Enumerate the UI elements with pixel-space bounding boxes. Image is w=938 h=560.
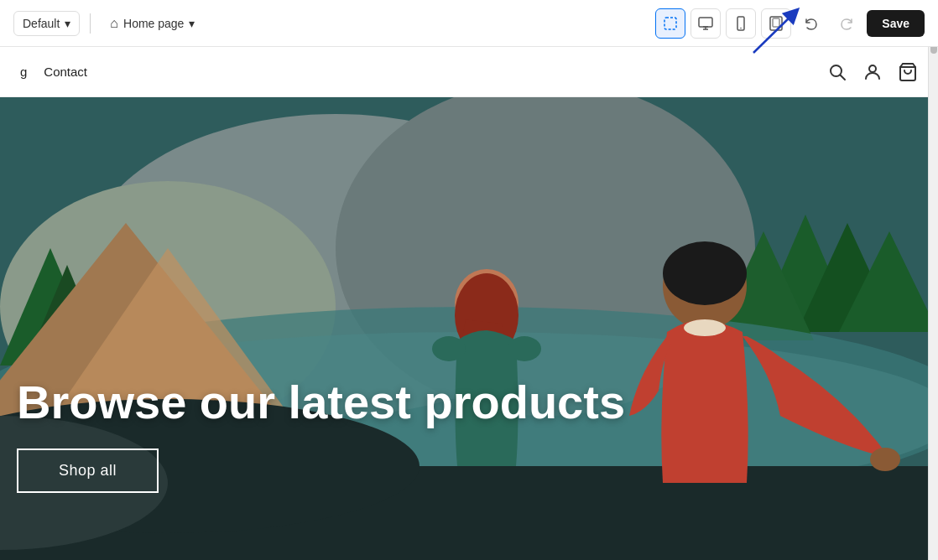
save-button[interactable]: Save: [867, 10, 925, 37]
site-nav-right: [827, 62, 918, 82]
undo-button[interactable]: [796, 8, 826, 39]
svg-point-40: [684, 319, 726, 336]
account-icon[interactable]: [862, 62, 883, 82]
svg-rect-8: [773, 18, 779, 27]
chevron-down-icon-2: ▾: [189, 17, 195, 30]
default-dropdown[interactable]: Default ▾: [13, 11, 80, 36]
tablet-view-button[interactable]: [761, 8, 791, 39]
scrollbar[interactable]: [928, 0, 938, 560]
svg-rect-0: [664, 18, 676, 29]
nav-link-g[interactable]: g: [20, 65, 27, 79]
default-label: Default: [23, 17, 60, 30]
toolbar-left: Default ▾ ⌂ Home page ▾: [13, 10, 204, 37]
svg-rect-1: [699, 18, 712, 27]
redo-button[interactable]: [831, 8, 862, 39]
desktop-view-button[interactable]: [690, 8, 721, 39]
svg-point-37: [508, 336, 541, 361]
save-label: Save: [882, 17, 909, 30]
site-nav: g Contact: [0, 47, 938, 97]
toolbar-right: Save: [655, 8, 925, 39]
svg-point-36: [432, 336, 466, 361]
svg-line-12: [841, 75, 846, 80]
chevron-down-icon: ▾: [65, 17, 70, 30]
undo-icon: [804, 16, 819, 31]
mobile-icon: [733, 16, 748, 31]
site-nav-left: g Contact: [20, 65, 87, 79]
selection-tool-button[interactable]: [655, 8, 685, 39]
toolbar: Default ▾ ⌂ Home page ▾: [0, 0, 938, 47]
svg-point-6: [740, 27, 742, 29]
svg-point-41: [870, 448, 900, 471]
desktop-icon: [698, 16, 713, 31]
homepage-dropdown[interactable]: ⌂ Home page ▾: [101, 10, 204, 37]
hero-title: Browse our latest products: [17, 376, 625, 428]
svg-point-13: [869, 65, 876, 72]
homepage-label: Home page: [123, 17, 184, 30]
selection-icon: [663, 16, 678, 31]
tablet-icon: [769, 16, 784, 31]
redo-icon: [839, 16, 854, 31]
search-icon[interactable]: [827, 62, 847, 82]
nav-link-contact[interactable]: Contact: [44, 65, 87, 79]
home-icon: ⌂: [110, 16, 118, 31]
hero-content: Browse our latest products Shop all: [0, 376, 625, 493]
mobile-view-button[interactable]: [726, 8, 756, 39]
svg-point-39: [663, 241, 747, 305]
shop-all-button[interactable]: Shop all: [17, 449, 159, 493]
shop-all-label: Shop all: [59, 462, 117, 479]
cart-icon[interactable]: [898, 62, 918, 82]
toolbar-divider: [90, 13, 91, 34]
hero-section: Browse our latest products Shop all: [0, 97, 938, 560]
